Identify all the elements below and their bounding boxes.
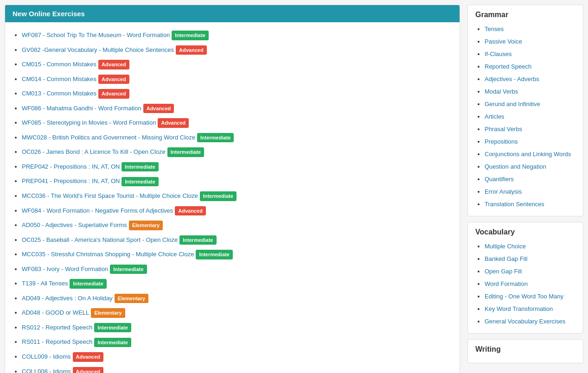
exercise-link[interactable]: WF085 - Stereotyping in Movies - Word Fo… <box>22 119 156 126</box>
level-badge: Advanced <box>175 206 206 216</box>
exercise-link[interactable]: PREP041 - Prepositions : IN, AT, ON <box>22 177 120 184</box>
exercise-link[interactable]: AD050 - Adjectives - Superlative Forms <box>22 221 127 228</box>
sidebar-item: Phrasal Verbs <box>485 123 575 135</box>
level-badge: Intermediate <box>110 265 147 274</box>
exercise-link[interactable]: T139 - All Tenses <box>22 280 68 287</box>
list-item: COLL009 - IdiomsAdvanced <box>22 349 452 364</box>
list-item: WF083 - Ivory - Word FormationIntermedia… <box>22 262 452 277</box>
sidebar-link[interactable]: Editing - One Word Too Many <box>485 293 563 300</box>
exercise-link[interactable]: MWC028 - British Politics and Government… <box>22 134 195 141</box>
list-item: WF087 - School Trip To The Museum - Word… <box>22 28 452 43</box>
sidebar-link[interactable]: Multiple Choice <box>485 243 526 250</box>
exercise-link[interactable]: WF086 - Mahatma Gandhi - Word Formation <box>22 105 141 112</box>
level-badge: Intermediate <box>196 250 232 259</box>
list-item: WF085 - Stereotyping in Movies - Word Fo… <box>22 115 452 130</box>
exercise-link[interactable]: COLL008 - Idioms <box>22 368 71 373</box>
sidebar-link[interactable]: If-Clauses <box>485 51 512 57</box>
exercise-link[interactable]: PREP042 - Prepositions : IN, AT, ON <box>22 163 120 170</box>
sidebar-item: General Vocabulary Exercises <box>485 315 575 328</box>
list-item: MWC028 - British Politics and Government… <box>22 130 452 145</box>
level-badge: Advanced <box>73 352 104 362</box>
exercise-link[interactable]: RS011 - Reported Speech <box>22 338 92 345</box>
list-item: CM014 - Common MistakesAdvanced <box>22 72 452 87</box>
list-item: CM015 - Common MistakesAdvanced <box>22 57 452 72</box>
sidebar-item: Multiple Choice <box>485 240 575 253</box>
exercise-link[interactable]: CM015 - Common Mistakes <box>22 61 96 68</box>
list-item: MCC036 - The World's First Space Tourist… <box>22 189 452 203</box>
level-badge: Intermediate <box>94 338 131 348</box>
sidebar-link[interactable]: Modal Verbs <box>485 88 518 95</box>
list-item: COLL008 - IdiomsAdvanced <box>22 364 452 373</box>
sidebar-link[interactable]: Phrasal Verbs <box>485 126 522 133</box>
list-item: CM013 - Common MistakesAdvanced <box>22 86 452 101</box>
sidebar-item: Reported Speech <box>485 60 575 73</box>
level-badge: Elementary <box>129 221 163 230</box>
list-item: AD050 - Adjectives - Superlative FormsEl… <box>22 218 452 233</box>
sidebar-item: Modal Verbs <box>485 85 575 98</box>
sidebar-item: Editing - One Word Too Many <box>485 290 575 303</box>
exercise-link[interactable]: MCC035 - Stressful Christmas Shopping - … <box>22 251 194 258</box>
sidebar-link[interactable]: Tenses <box>485 25 504 32</box>
level-badge: Intermediate <box>121 162 158 172</box>
sidebar-link[interactable]: Error Analysis <box>485 188 522 195</box>
level-badge: Intermediate <box>197 133 234 143</box>
exercise-link[interactable]: AD049 - Adjectives : On A Holiday <box>22 295 113 302</box>
level-badge: Advanced <box>176 45 207 55</box>
sidebar-link[interactable]: Passive Voice <box>485 38 522 45</box>
sidebar-item: Word Formation <box>485 278 575 290</box>
sidebar-link[interactable]: Translation Sentences <box>485 201 544 208</box>
list-item: RS012 - Reported SpeechIntermediate <box>22 320 452 335</box>
list-item: OC025 - Baseball - America's National Sp… <box>22 233 452 247</box>
exercise-link[interactable]: WF084 - Word Formation - Negative Forms … <box>22 207 173 214</box>
sidebar-item: Question and Negation <box>485 160 575 173</box>
writing-title: Writing <box>475 345 575 354</box>
level-badge: Advanced <box>158 118 189 128</box>
sidebar-link[interactable]: Key Word Transformation <box>485 305 553 312</box>
sidebar-link[interactable]: Reported Speech <box>485 63 531 70</box>
sidebar-link[interactable]: Word Formation <box>485 280 528 287</box>
level-badge: Intermediate <box>121 177 158 187</box>
exercise-link[interactable]: WF083 - Ivory - Word Formation <box>22 266 108 272</box>
exercise-link[interactable]: AD048 - GOOD or WELL <box>22 309 89 316</box>
sidebar-link[interactable]: Gerund and Infinitive <box>485 101 540 107</box>
exercise-link[interactable]: CM013 - Common Mistakes <box>22 90 96 97</box>
level-badge: Intermediate <box>70 279 106 289</box>
list-item: WF084 - Word Formation - Negative Forms … <box>22 203 452 218</box>
sidebar-link[interactable]: General Vocabulary Exercises <box>485 318 565 325</box>
sidebar-link[interactable]: Conjunctions and Linking Words <box>485 151 571 158</box>
sidebar-link[interactable]: Quantifiers <box>485 176 514 183</box>
exercise-link[interactable]: WF087 - School Trip To The Museum - Word… <box>22 32 170 38</box>
sidebar-item: Key Word Transformation <box>485 303 575 315</box>
sidebar-link[interactable]: Question and Negation <box>485 163 546 170</box>
exercise-link[interactable]: COLL009 - Idioms <box>22 353 71 360</box>
sidebar-link[interactable]: Banked Gap Fill <box>485 255 528 262</box>
exercise-link[interactable]: RS012 - Reported Speech <box>22 324 92 331</box>
list-item: T139 - All TensesIntermediate <box>22 276 452 291</box>
sidebar-link[interactable]: Prepositions <box>485 138 518 145</box>
sidebar-item: Adjectives - Adverbs <box>485 73 575 85</box>
exercise-link[interactable]: MCC036 - The World's First Space Tourist… <box>22 192 198 199</box>
sidebar-item: Conjunctions and Linking Words <box>485 148 575 160</box>
writing-section: Writing <box>467 339 583 363</box>
sidebar-link[interactable]: Adjectives - Adverbs <box>485 76 539 82</box>
exercise-link[interactable]: GV082 -General Vocabulary - Multiple Cho… <box>22 46 174 53</box>
sidebar-item: Error Analysis <box>485 185 575 198</box>
exercise-link[interactable]: CM014 - Common Mistakes <box>22 76 96 82</box>
exercise-link[interactable]: OC026 - James Bond : A Licence To Kill -… <box>22 148 166 155</box>
list-item: RS011 - Reported SpeechIntermediate <box>22 335 452 349</box>
list-item: AD049 - Adjectives : On A HolidayElement… <box>22 291 452 306</box>
grammar-list: TensesPassive VoiceIf-ClausesReported Sp… <box>475 23 575 210</box>
sidebar-item: Passive Voice <box>485 35 575 48</box>
exercise-link[interactable]: OC025 - Baseball - America's National Sp… <box>22 236 178 243</box>
level-badge: Advanced <box>98 89 129 99</box>
level-badge: Advanced <box>143 104 174 114</box>
sidebar-link[interactable]: Articles <box>485 113 505 120</box>
sidebar-link[interactable]: Open Gap Fill <box>485 268 522 275</box>
list-item: OC026 - James Bond : A Licence To Kill -… <box>22 145 452 159</box>
grammar-section: Grammar TensesPassive VoiceIf-ClausesRep… <box>467 5 583 216</box>
level-badge: Advanced <box>98 60 129 70</box>
level-badge: Elementary <box>115 294 148 303</box>
sidebar-item: Banked Gap Fill <box>485 253 575 265</box>
sidebar-item: Open Gap Fill <box>485 265 575 278</box>
level-badge: Intermediate <box>94 323 131 333</box>
